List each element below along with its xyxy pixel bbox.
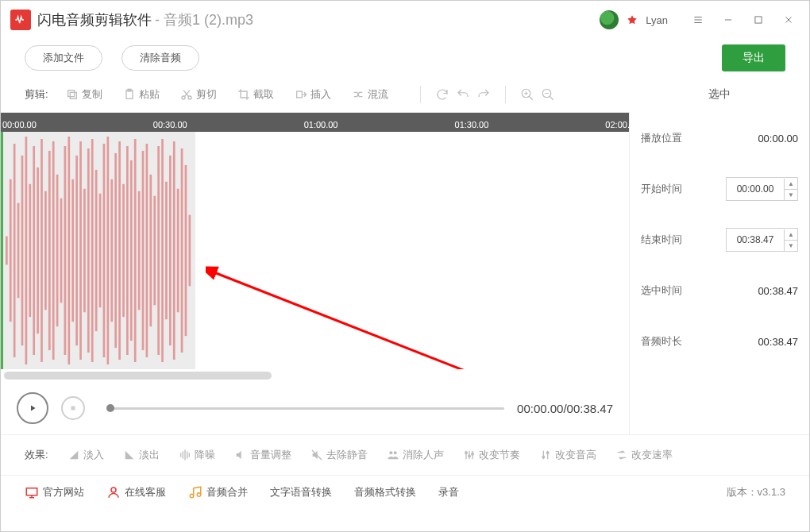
progress-handle[interactable] xyxy=(106,404,114,412)
duration-row: 音频时长00:38.47 xyxy=(641,316,798,367)
end-time-input[interactable]: 00:38.47▲▼ xyxy=(726,228,798,252)
spin-down-icon[interactable]: ▼ xyxy=(785,241,797,251)
file-name: - 音频1 (2).mp3 xyxy=(155,10,253,29)
svg-rect-63 xyxy=(187,451,187,458)
svg-rect-73 xyxy=(26,488,37,495)
format-convert-link[interactable]: 音频格式转换 xyxy=(354,485,416,499)
merge-link[interactable]: 音频合并 xyxy=(188,485,248,499)
svg-point-75 xyxy=(190,494,194,498)
app-title: 闪电音频剪辑软件 xyxy=(37,10,152,29)
svg-rect-59 xyxy=(71,407,75,411)
time-ruler[interactable]: 00:00.00 00:30.00 01:00.00 01:30.00 02:0… xyxy=(1,113,629,132)
cut-button[interactable]: 剪切 xyxy=(180,87,217,102)
denoise-button[interactable]: 降噪 xyxy=(179,448,215,462)
remove-vocal-button[interactable]: 消除人声 xyxy=(387,448,444,462)
maximize-button[interactable] xyxy=(747,9,770,31)
stop-button[interactable] xyxy=(61,396,85,420)
svg-point-70 xyxy=(471,453,473,455)
end-time-row: 结束时间 00:38.47▲▼ xyxy=(641,214,798,265)
progress-bar[interactable] xyxy=(110,407,504,410)
svg-rect-7 xyxy=(296,91,302,98)
player-controls: 00:00.00/00:38.47 xyxy=(1,382,629,434)
volume-button[interactable]: 音量调整 xyxy=(234,448,291,462)
refresh-button[interactable] xyxy=(432,84,453,105)
annotation-arrow-icon xyxy=(206,265,507,369)
crop-button[interactable]: 截取 xyxy=(237,87,274,102)
main-toolbar: 添加文件 清除音频 导出 xyxy=(1,39,809,77)
clear-audio-button[interactable]: 清除音频 xyxy=(122,45,199,71)
fade-in-button[interactable]: 淡入 xyxy=(68,448,104,462)
tts-link[interactable]: 文字语音转换 xyxy=(270,485,332,499)
svg-point-67 xyxy=(393,451,396,454)
svg-rect-61 xyxy=(182,451,183,458)
svg-rect-2 xyxy=(68,91,74,97)
app-logo-icon xyxy=(10,10,31,30)
svg-rect-0 xyxy=(755,17,762,23)
vip-icon xyxy=(627,14,638,25)
support-link[interactable]: 在线客服 xyxy=(106,485,166,499)
version-label: 版本：v3.1.3 xyxy=(727,485,785,499)
play-button[interactable] xyxy=(17,392,48,424)
svg-rect-64 xyxy=(188,453,189,457)
menu-button[interactable] xyxy=(687,9,709,31)
fx-label: 效果: xyxy=(25,448,48,462)
effects-toolbar: 效果: 淡入 淡出 降噪 音量调整 去除静音 消除人声 改变节奏 改变音高 改变… xyxy=(1,434,809,475)
svg-rect-62 xyxy=(184,449,185,460)
svg-line-58 xyxy=(212,272,499,369)
selected-time-row: 选中时间00:38.47 xyxy=(641,265,798,316)
undo-button[interactable] xyxy=(453,84,473,105)
svg-point-68 xyxy=(465,452,467,454)
spin-up-icon[interactable]: ▲ xyxy=(785,229,797,241)
svg-point-66 xyxy=(389,451,392,454)
svg-point-74 xyxy=(111,488,116,492)
username[interactable]: Lyan xyxy=(646,14,668,26)
redo-button[interactable] xyxy=(473,84,494,105)
horizontal-scrollbar[interactable] xyxy=(1,369,629,382)
edit-label: 剪辑: xyxy=(25,87,48,102)
copy-button[interactable]: 复制 xyxy=(66,87,102,102)
svg-point-69 xyxy=(468,455,470,457)
side-header: 选中 xyxy=(641,77,798,112)
add-file-button[interactable]: 添加文件 xyxy=(25,45,102,71)
pitch-button[interactable]: 改变音高 xyxy=(539,448,596,462)
titlebar: 闪电音频剪辑软件 - 音频1 (2).mp3 Lyan xyxy=(1,1,809,39)
time-display: 00:00.00/00:38.47 xyxy=(517,402,613,415)
record-link[interactable]: 录音 xyxy=(438,485,459,499)
start-time-row: 开始时间 00:00.00▲▼ xyxy=(641,164,798,214)
paste-button[interactable]: 粘贴 xyxy=(123,87,160,102)
remove-silence-button[interactable]: 去除静音 xyxy=(310,448,368,462)
tempo-button[interactable]: 改变节奏 xyxy=(463,448,520,462)
svg-point-76 xyxy=(197,493,201,497)
edit-toolbar: 剪辑: 复制 粘贴 剪切 截取 插入 混流 xyxy=(1,77,630,113)
spin-up-icon[interactable]: ▲ xyxy=(785,179,797,190)
minimize-button[interactable] xyxy=(717,9,739,31)
start-time-input[interactable]: 00:00.00▲▼ xyxy=(726,177,798,201)
close-button[interactable] xyxy=(777,9,800,31)
footer: 官方网站 在线客服 音频合并 文字语音转换 音频格式转换 录音 版本：v3.1.… xyxy=(1,475,809,509)
play-position-row: 播放位置00:00.00 xyxy=(641,113,798,164)
svg-rect-1 xyxy=(70,92,76,98)
fade-out-button[interactable]: 淡出 xyxy=(123,448,160,462)
insert-button[interactable]: 插入 xyxy=(295,87,331,102)
spin-down-icon[interactable]: ▼ xyxy=(785,190,797,200)
mix-button[interactable]: 混流 xyxy=(352,87,388,102)
avatar[interactable] xyxy=(600,10,619,29)
official-site-link[interactable]: 官方网站 xyxy=(25,485,84,499)
svg-rect-60 xyxy=(180,453,181,457)
export-button[interactable]: 导出 xyxy=(722,44,785,71)
svg-point-72 xyxy=(546,452,549,454)
speed-button[interactable]: 改变速率 xyxy=(615,448,673,462)
side-panel: 播放位置00:00.00 开始时间 00:00.00▲▼ 结束时间 00:38.… xyxy=(630,113,809,434)
zoom-out-button[interactable] xyxy=(538,84,558,105)
zoom-in-button[interactable] xyxy=(517,84,538,105)
waveform-area[interactable] xyxy=(1,132,629,369)
waveform-icon xyxy=(1,132,195,369)
playhead[interactable] xyxy=(1,132,3,369)
svg-point-71 xyxy=(542,456,545,458)
